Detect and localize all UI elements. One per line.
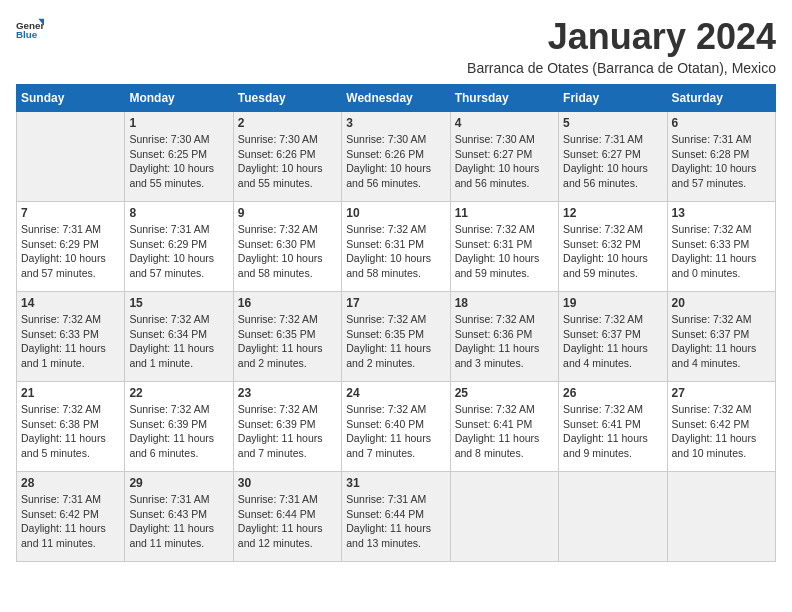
day-number: 14 <box>21 296 120 310</box>
day-number: 8 <box>129 206 228 220</box>
calendar-cell: 14Sunrise: 7:32 AM Sunset: 6:33 PM Dayli… <box>17 292 125 382</box>
cell-text: Sunrise: 7:31 AM Sunset: 6:44 PM Dayligh… <box>346 492 445 551</box>
cell-text: Sunrise: 7:32 AM Sunset: 6:39 PM Dayligh… <box>129 402 228 461</box>
cell-text: Sunrise: 7:31 AM Sunset: 6:28 PM Dayligh… <box>672 132 771 191</box>
calendar-cell: 30Sunrise: 7:31 AM Sunset: 6:44 PM Dayli… <box>233 472 341 562</box>
calendar-cell: 8Sunrise: 7:31 AM Sunset: 6:29 PM Daylig… <box>125 202 233 292</box>
calendar-cell: 26Sunrise: 7:32 AM Sunset: 6:41 PM Dayli… <box>559 382 667 472</box>
cell-text: Sunrise: 7:31 AM Sunset: 6:27 PM Dayligh… <box>563 132 662 191</box>
day-number: 30 <box>238 476 337 490</box>
cell-text: Sunrise: 7:30 AM Sunset: 6:26 PM Dayligh… <box>346 132 445 191</box>
calendar-cell: 6Sunrise: 7:31 AM Sunset: 6:28 PM Daylig… <box>667 112 775 202</box>
calendar-cell: 2Sunrise: 7:30 AM Sunset: 6:26 PM Daylig… <box>233 112 341 202</box>
svg-text:Blue: Blue <box>16 29 38 40</box>
cell-text: Sunrise: 7:32 AM Sunset: 6:35 PM Dayligh… <box>346 312 445 371</box>
calendar-cell <box>17 112 125 202</box>
calendar-cell: 16Sunrise: 7:32 AM Sunset: 6:35 PM Dayli… <box>233 292 341 382</box>
cell-text: Sunrise: 7:32 AM Sunset: 6:31 PM Dayligh… <box>455 222 554 281</box>
calendar-cell: 19Sunrise: 7:32 AM Sunset: 6:37 PM Dayli… <box>559 292 667 382</box>
calendar-cell: 11Sunrise: 7:32 AM Sunset: 6:31 PM Dayli… <box>450 202 558 292</box>
calendar-cell: 22Sunrise: 7:32 AM Sunset: 6:39 PM Dayli… <box>125 382 233 472</box>
calendar-week-row: 14Sunrise: 7:32 AM Sunset: 6:33 PM Dayli… <box>17 292 776 382</box>
calendar-cell: 29Sunrise: 7:31 AM Sunset: 6:43 PM Dayli… <box>125 472 233 562</box>
calendar-cell: 23Sunrise: 7:32 AM Sunset: 6:39 PM Dayli… <box>233 382 341 472</box>
day-number: 1 <box>129 116 228 130</box>
calendar-cell: 17Sunrise: 7:32 AM Sunset: 6:35 PM Dayli… <box>342 292 450 382</box>
cell-text: Sunrise: 7:32 AM Sunset: 6:30 PM Dayligh… <box>238 222 337 281</box>
calendar-cell: 10Sunrise: 7:32 AM Sunset: 6:31 PM Dayli… <box>342 202 450 292</box>
day-number: 3 <box>346 116 445 130</box>
cell-text: Sunrise: 7:32 AM Sunset: 6:37 PM Dayligh… <box>672 312 771 371</box>
day-number: 29 <box>129 476 228 490</box>
calendar-cell: 24Sunrise: 7:32 AM Sunset: 6:40 PM Dayli… <box>342 382 450 472</box>
cell-text: Sunrise: 7:31 AM Sunset: 6:44 PM Dayligh… <box>238 492 337 551</box>
day-number: 24 <box>346 386 445 400</box>
calendar-cell: 7Sunrise: 7:31 AM Sunset: 6:29 PM Daylig… <box>17 202 125 292</box>
calendar-week-row: 7Sunrise: 7:31 AM Sunset: 6:29 PM Daylig… <box>17 202 776 292</box>
cell-text: Sunrise: 7:32 AM Sunset: 6:34 PM Dayligh… <box>129 312 228 371</box>
logo: General Blue <box>16 16 44 44</box>
title-area: January 2024 Barranca de Otates (Barranc… <box>467 16 776 76</box>
weekday-header: Tuesday <box>233 85 341 112</box>
calendar-cell: 15Sunrise: 7:32 AM Sunset: 6:34 PM Dayli… <box>125 292 233 382</box>
cell-text: Sunrise: 7:31 AM Sunset: 6:29 PM Dayligh… <box>129 222 228 281</box>
calendar-cell <box>559 472 667 562</box>
cell-text: Sunrise: 7:31 AM Sunset: 6:43 PM Dayligh… <box>129 492 228 551</box>
day-number: 17 <box>346 296 445 310</box>
day-number: 19 <box>563 296 662 310</box>
weekday-header: Sunday <box>17 85 125 112</box>
cell-text: Sunrise: 7:32 AM Sunset: 6:33 PM Dayligh… <box>21 312 120 371</box>
calendar-cell: 25Sunrise: 7:32 AM Sunset: 6:41 PM Dayli… <box>450 382 558 472</box>
cell-text: Sunrise: 7:31 AM Sunset: 6:42 PM Dayligh… <box>21 492 120 551</box>
page-header: General Blue January 2024 Barranca de Ot… <box>16 16 776 76</box>
calendar-cell: 28Sunrise: 7:31 AM Sunset: 6:42 PM Dayli… <box>17 472 125 562</box>
weekday-header: Friday <box>559 85 667 112</box>
calendar-cell <box>667 472 775 562</box>
day-number: 28 <box>21 476 120 490</box>
calendar-cell: 1Sunrise: 7:30 AM Sunset: 6:25 PM Daylig… <box>125 112 233 202</box>
calendar-cell: 18Sunrise: 7:32 AM Sunset: 6:36 PM Dayli… <box>450 292 558 382</box>
day-number: 18 <box>455 296 554 310</box>
day-number: 23 <box>238 386 337 400</box>
cell-text: Sunrise: 7:32 AM Sunset: 6:41 PM Dayligh… <box>455 402 554 461</box>
weekday-header: Thursday <box>450 85 558 112</box>
cell-text: Sunrise: 7:32 AM Sunset: 6:32 PM Dayligh… <box>563 222 662 281</box>
calendar-cell: 3Sunrise: 7:30 AM Sunset: 6:26 PM Daylig… <box>342 112 450 202</box>
day-number: 22 <box>129 386 228 400</box>
day-number: 26 <box>563 386 662 400</box>
day-number: 5 <box>563 116 662 130</box>
cell-text: Sunrise: 7:32 AM Sunset: 6:38 PM Dayligh… <box>21 402 120 461</box>
cell-text: Sunrise: 7:30 AM Sunset: 6:26 PM Dayligh… <box>238 132 337 191</box>
cell-text: Sunrise: 7:32 AM Sunset: 6:35 PM Dayligh… <box>238 312 337 371</box>
day-number: 20 <box>672 296 771 310</box>
cell-text: Sunrise: 7:32 AM Sunset: 6:39 PM Dayligh… <box>238 402 337 461</box>
cell-text: Sunrise: 7:32 AM Sunset: 6:36 PM Dayligh… <box>455 312 554 371</box>
calendar-cell: 20Sunrise: 7:32 AM Sunset: 6:37 PM Dayli… <box>667 292 775 382</box>
day-number: 27 <box>672 386 771 400</box>
day-number: 6 <box>672 116 771 130</box>
calendar-cell: 9Sunrise: 7:32 AM Sunset: 6:30 PM Daylig… <box>233 202 341 292</box>
day-number: 13 <box>672 206 771 220</box>
day-number: 2 <box>238 116 337 130</box>
calendar-cell: 27Sunrise: 7:32 AM Sunset: 6:42 PM Dayli… <box>667 382 775 472</box>
calendar-table: SundayMondayTuesdayWednesdayThursdayFrid… <box>16 84 776 562</box>
day-number: 10 <box>346 206 445 220</box>
weekday-header: Wednesday <box>342 85 450 112</box>
day-number: 15 <box>129 296 228 310</box>
calendar-cell: 4Sunrise: 7:30 AM Sunset: 6:27 PM Daylig… <box>450 112 558 202</box>
weekday-header: Monday <box>125 85 233 112</box>
cell-text: Sunrise: 7:32 AM Sunset: 6:40 PM Dayligh… <box>346 402 445 461</box>
logo-icon: General Blue <box>16 16 44 44</box>
cell-text: Sunrise: 7:32 AM Sunset: 6:31 PM Dayligh… <box>346 222 445 281</box>
day-number: 25 <box>455 386 554 400</box>
calendar-cell: 21Sunrise: 7:32 AM Sunset: 6:38 PM Dayli… <box>17 382 125 472</box>
day-number: 21 <box>21 386 120 400</box>
day-number: 9 <box>238 206 337 220</box>
cell-text: Sunrise: 7:30 AM Sunset: 6:25 PM Dayligh… <box>129 132 228 191</box>
cell-text: Sunrise: 7:32 AM Sunset: 6:41 PM Dayligh… <box>563 402 662 461</box>
day-number: 4 <box>455 116 554 130</box>
cell-text: Sunrise: 7:32 AM Sunset: 6:33 PM Dayligh… <box>672 222 771 281</box>
weekday-header-row: SundayMondayTuesdayWednesdayThursdayFrid… <box>17 85 776 112</box>
cell-text: Sunrise: 7:31 AM Sunset: 6:29 PM Dayligh… <box>21 222 120 281</box>
calendar-cell: 31Sunrise: 7:31 AM Sunset: 6:44 PM Dayli… <box>342 472 450 562</box>
